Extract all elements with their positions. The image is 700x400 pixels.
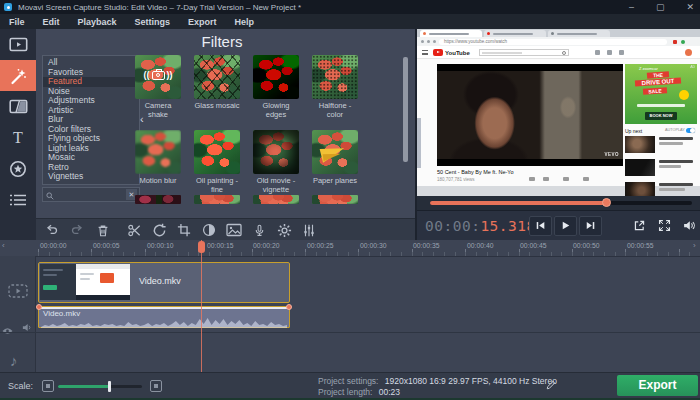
filter-old-movie-vignette[interactable]	[253, 130, 299, 174]
window-title: Movavi Screen Capture Studio: Edit Video…	[18, 3, 301, 12]
sidebar-media-button[interactable]	[0, 29, 36, 60]
ruler-label: 00:00:20	[253, 242, 279, 249]
redo-button[interactable]	[66, 220, 88, 240]
menu-help[interactable]: Help	[235, 17, 255, 27]
apps-icon	[607, 50, 612, 55]
seek-bar[interactable]	[430, 201, 692, 205]
playhead-line[interactable]	[201, 240, 202, 372]
minimize-button[interactable]: –	[629, 0, 634, 14]
youtube-header: YouTube	[417, 46, 700, 59]
suggested-title-bar	[659, 137, 693, 140]
clip-properties-button[interactable]	[273, 220, 295, 240]
extension-icon	[681, 40, 685, 44]
close-button[interactable]: ✕	[686, 0, 694, 14]
autoplay-label: AUTOPLAY	[665, 128, 685, 132]
sidebar-callouts-button[interactable]	[0, 153, 36, 184]
search-icon	[46, 186, 54, 204]
delete-button[interactable]	[92, 220, 114, 240]
audio-settings-button[interactable]	[298, 220, 320, 240]
filter-item: Paper planes	[312, 130, 358, 186]
seek-progress	[430, 201, 607, 205]
filter-halftone-color[interactable]	[312, 55, 358, 99]
autoplay-toggle	[686, 128, 695, 133]
filter-thumb-partial[interactable]	[135, 195, 181, 204]
filter-oil-painting-fine[interactable]	[194, 130, 240, 174]
sidebar-more-tools-button[interactable]	[0, 184, 36, 215]
left-sidebar: T	[0, 29, 36, 240]
youtube-view-count: 180,707,781 views	[437, 177, 475, 182]
sidebar-titles-button[interactable]: T	[0, 122, 36, 153]
audio-handle-left[interactable]	[36, 304, 42, 310]
sidebar-filters-button[interactable]	[0, 60, 36, 91]
filter-paper-planes[interactable]	[312, 130, 358, 174]
project-settings-value: 1920x1080 16:9 29.97 FPS, 44100 Hz Stere…	[385, 376, 557, 386]
filters-scrollbar[interactable]	[403, 57, 408, 162]
ad-line-2: DRIVE OUT	[635, 77, 681, 86]
video-track-icon	[8, 284, 28, 302]
undo-button[interactable]	[40, 220, 62, 240]
crop-button[interactable]	[173, 220, 195, 240]
filter-thumb-partial[interactable]	[312, 195, 358, 204]
fullscreen-button[interactable]	[654, 218, 674, 235]
menu-playback[interactable]: Playback	[78, 17, 117, 27]
scale-slider-handle[interactable]	[108, 381, 111, 392]
track-visibility-eye-icon[interactable]	[2, 321, 13, 339]
timecode-fraction: 15.318	[480, 218, 535, 234]
volume-button[interactable]	[679, 218, 699, 235]
fullscreen-icon	[658, 218, 671, 236]
scale-label: Scale:	[8, 381, 33, 391]
clip-thumbnail	[40, 264, 130, 300]
youtube-logo-icon	[433, 49, 443, 56]
category-vignettes[interactable]: Vignettes	[43, 172, 139, 182]
insert-image-button[interactable]	[223, 220, 245, 240]
film-play-icon	[9, 36, 28, 53]
menu-edit[interactable]: Edit	[43, 17, 60, 27]
cut-button[interactable]	[123, 220, 145, 240]
menu-settings[interactable]: Settings	[135, 17, 171, 27]
track-header-column: ♪	[0, 256, 36, 372]
filter-art	[312, 195, 358, 204]
seek-handle[interactable]	[602, 198, 611, 207]
filter-thumb-partial[interactable]	[194, 195, 240, 204]
crop-icon	[177, 223, 191, 237]
previous-frame-button[interactable]	[529, 216, 552, 236]
color-adjust-button[interactable]	[198, 220, 220, 240]
filter-glowing-edges[interactable]	[253, 55, 299, 99]
filter-thumb-partial[interactable]	[253, 195, 299, 204]
filter-search-box[interactable]: ✕	[42, 187, 140, 202]
record-voice-button[interactable]	[248, 220, 270, 240]
audio-handle-right[interactable]	[286, 304, 292, 310]
filter-item: Glowing edges	[253, 55, 299, 119]
menu-export[interactable]: Export	[188, 17, 217, 27]
filter-motion-blur[interactable]	[135, 130, 181, 174]
export-button[interactable]: Export	[617, 375, 698, 396]
edit-settings-pencil-icon[interactable]	[546, 376, 556, 394]
dislike-icon	[543, 177, 549, 181]
maximize-button[interactable]: ▢	[656, 0, 665, 14]
filter-art	[312, 55, 358, 99]
sidebar-transitions-button[interactable]	[0, 91, 36, 122]
detach-preview-button[interactable]	[629, 218, 649, 235]
filter-glass-mosaic[interactable]	[194, 55, 240, 99]
zoom-in-button[interactable]	[150, 380, 162, 392]
browser-tab	[484, 30, 546, 37]
filter-label: Camera shake	[135, 102, 181, 119]
play-button[interactable]	[554, 216, 577, 236]
filter-label: Motion blur	[135, 177, 181, 186]
track-mute-speaker-icon[interactable]	[21, 319, 33, 337]
audio-clip[interactable]: Video.mkv	[38, 306, 290, 328]
filter-art	[194, 195, 240, 204]
rotate-button[interactable]	[148, 220, 170, 240]
playhead-marker[interactable]	[198, 241, 205, 253]
project-length-label: Project length:	[318, 387, 372, 397]
video-clip[interactable]: Video.mkv	[38, 262, 290, 303]
filter-camera-shake[interactable]: (())	[135, 55, 181, 99]
zoom-out-button[interactable]	[42, 380, 54, 392]
next-frame-button[interactable]	[579, 216, 602, 236]
scale-slider[interactable]	[58, 385, 142, 388]
filter-art	[194, 130, 240, 174]
video-preview: https://www.youtube.com/watch YouTube VE…	[417, 29, 700, 196]
timeline-scroll-left[interactable]: ‹	[2, 241, 5, 250]
filter-label: Oil painting - fine	[194, 177, 240, 194]
menu-file[interactable]: File	[9, 17, 25, 27]
